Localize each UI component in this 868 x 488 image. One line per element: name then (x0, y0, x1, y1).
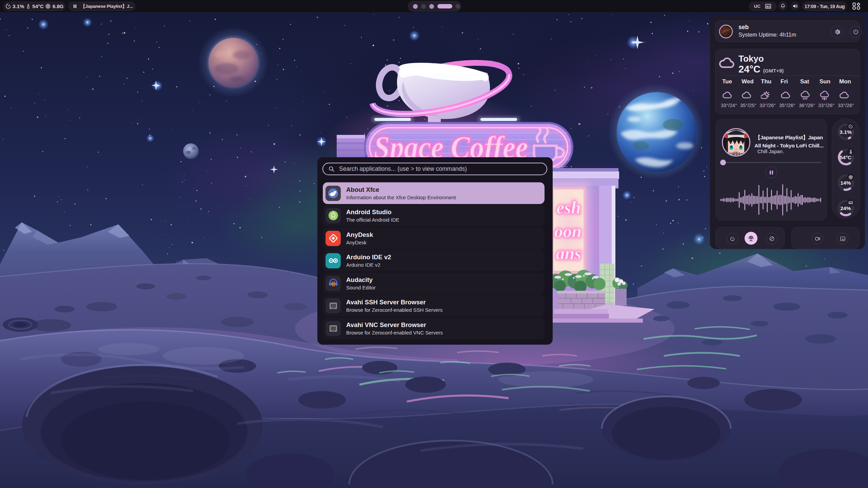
svg-text:54°C: 54°C (840, 155, 852, 160)
svg-text:14%: 14% (840, 180, 851, 186)
svg-text:3.1%: 3.1% (840, 129, 852, 135)
svg-text:24%: 24% (840, 205, 851, 211)
svg-text:esh: esh (556, 198, 581, 217)
svg-text:oon: oon (554, 222, 582, 241)
svg-text:ans: ans (556, 244, 581, 263)
